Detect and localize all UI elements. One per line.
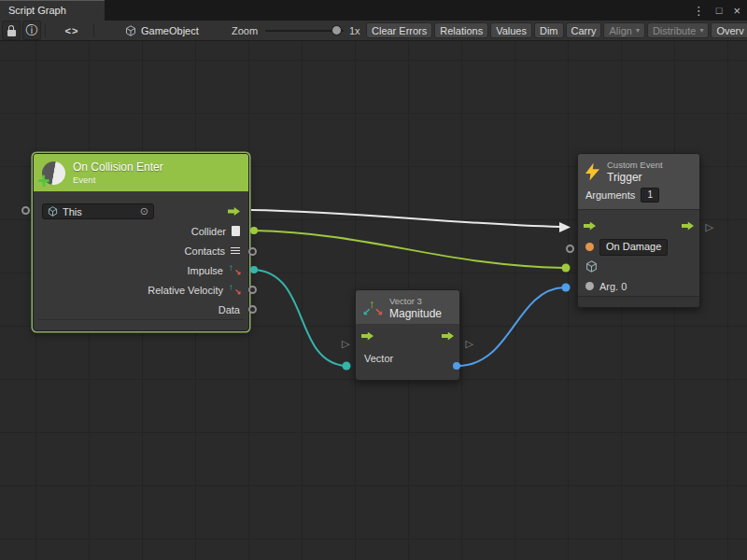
- chevron-down-icon: ▾: [699, 27, 703, 35]
- info-icon: ⓘ: [26, 22, 38, 39]
- arguments-row: Arguments 1: [578, 188, 699, 210]
- vector3-axes-icon: [229, 285, 240, 296]
- event-name-port[interactable]: [585, 243, 594, 251]
- contacts-output-port[interactable]: [248, 247, 257, 256]
- port-row-collider: Collider: [34, 221, 248, 241]
- tab-script-graph[interactable]: Script Graph: [0, 0, 105, 21]
- overview-button[interactable]: Overv: [711, 22, 747, 38]
- overview-label: Overv: [716, 25, 743, 36]
- distribute-dropdown[interactable]: Distribute ▾: [647, 22, 709, 38]
- maximize-icon[interactable]: □: [716, 6, 723, 16]
- custom-event-bolt-icon: [585, 163, 599, 181]
- port-row-impulse: Impulse: [34, 260, 248, 280]
- port-row-data: Data: [34, 300, 248, 319]
- node-subtitle: Event: [73, 175, 163, 185]
- node-title: Trigger: [607, 171, 663, 184]
- close-icon[interactable]: ×: [733, 5, 740, 17]
- arrow-down-left-icon: [362, 307, 371, 317]
- control-output-port[interactable]: [682, 222, 694, 231]
- event-name-input-port[interactable]: [566, 245, 574, 253]
- menu-icon[interactable]: ⋮: [693, 5, 705, 17]
- node-magnitude[interactable]: Vector 3 Magnitude Vector ▷ ▷: [355, 289, 460, 381]
- align-label: Align: [609, 25, 631, 36]
- unity-script-graph-window: Script Graph ⋮ □ × ⓘ <> GameObject Zoom: [0, 0, 747, 560]
- connection-control-arrowhead: [559, 222, 571, 232]
- port-label: Contacts: [185, 245, 225, 257]
- button-label: Relations: [440, 25, 483, 36]
- collider-icon: [232, 226, 240, 236]
- port-row-relative-velocity: Relative Velocity: [34, 280, 248, 300]
- cube-icon: [125, 25, 136, 36]
- button-label: Dim: [540, 25, 558, 36]
- target-field[interactable]: This ⊙: [42, 203, 154, 219]
- tab-title: Script Graph: [8, 5, 66, 16]
- control-output-triangle[interactable]: ▷: [466, 339, 473, 349]
- event-name-row: On Damage: [578, 237, 699, 257]
- port-row-contacts: Contacts: [34, 241, 248, 260]
- control-row: [356, 327, 459, 345]
- port-label: Impulse: [187, 265, 223, 276]
- node-type-label: Custom Event: [607, 160, 663, 170]
- toolbar-divider: [45, 23, 46, 37]
- port-label: Data: [218, 304, 240, 315]
- relative-velocity-output-port[interactable]: [248, 286, 257, 294]
- port-label: Arg. 0: [599, 281, 627, 292]
- node-title: Magnitude: [389, 307, 442, 320]
- control-input-triangle[interactable]: ▷: [342, 339, 349, 349]
- cube-icon: [48, 206, 58, 217]
- gameobject-label: GameObject: [141, 25, 199, 36]
- control-output-port[interactable]: [442, 332, 454, 341]
- values-button[interactable]: Values: [490, 22, 532, 38]
- connection-impulse-vector: [254, 270, 345, 366]
- graph-canvas[interactable]: + On Collision Enter Event This ⊙: [0, 41, 747, 560]
- node-on-collision-enter[interactable]: + On Collision Enter Event This ⊙: [33, 153, 249, 331]
- code-icon: <>: [65, 25, 79, 36]
- node-trigger-custom-event[interactable]: Custom Event Trigger Arguments 1 On Dama…: [577, 153, 700, 308]
- info-button[interactable]: ⓘ: [22, 21, 41, 40]
- window-controls: ⋮ □ ×: [693, 0, 740, 21]
- control-output-triangle[interactable]: ▷: [706, 222, 713, 232]
- arrow-down-right-icon: [374, 307, 383, 317]
- button-label: Clear Errors: [372, 25, 427, 36]
- control-row: [578, 217, 699, 235]
- vector3-axes-icon: [229, 265, 240, 276]
- lock-button[interactable]: [2, 21, 21, 40]
- align-dropdown[interactable]: Align ▾: [603, 22, 644, 38]
- gameobject-breadcrumb[interactable]: GameObject: [125, 21, 199, 40]
- event-name-field[interactable]: On Damage: [599, 239, 668, 256]
- button-label: Values: [496, 25, 527, 36]
- object-picker-icon[interactable]: ⊙: [140, 206, 148, 217]
- control-input-port[interactable]: [361, 332, 374, 341]
- data-output-port[interactable]: [248, 305, 257, 314]
- node-body: This ⊙ Collider Contacts Impulse: [34, 191, 248, 319]
- event-input-port[interactable]: [21, 206, 30, 215]
- port-label: Relative Velocity: [148, 285, 223, 296]
- zoom-slider[interactable]: [265, 21, 344, 40]
- connection-collider-target: [254, 231, 564, 268]
- target-row: This ⊙: [34, 202, 248, 221]
- button-label: Carry: [571, 25, 597, 36]
- relations-button[interactable]: Relations: [434, 22, 488, 38]
- zoom-slider-handle[interactable]: [331, 25, 342, 35]
- node-header: Custom Event Trigger: [578, 154, 699, 188]
- tab-bar: Script Graph ⋮ □ ×: [0, 0, 747, 21]
- arguments-label: Arguments: [585, 189, 635, 201]
- node-divider: [38, 319, 244, 320]
- arguments-field[interactable]: 1: [641, 188, 659, 203]
- connection-control: [251, 210, 560, 227]
- arg0-row: Arg. 0: [578, 276, 699, 296]
- collision-event-icon: +: [42, 161, 65, 185]
- control-input-port[interactable]: [584, 222, 596, 231]
- control-output-port[interactable]: [228, 207, 240, 216]
- port-row-vector: Vector: [356, 349, 459, 368]
- vector3-icon: [363, 299, 382, 317]
- port-label: Vector: [364, 353, 393, 364]
- lock-icon: [7, 30, 16, 36]
- dim-button[interactable]: Dim: [534, 22, 564, 38]
- node-title: On Collision Enter: [73, 161, 163, 174]
- clear-errors-button[interactable]: Clear Errors: [366, 22, 432, 38]
- node-header: Vector 3 Magnitude: [356, 290, 459, 324]
- carry-button[interactable]: Carry: [566, 22, 602, 38]
- arg0-port[interactable]: [585, 282, 594, 290]
- code-view-button[interactable]: <>: [54, 21, 90, 40]
